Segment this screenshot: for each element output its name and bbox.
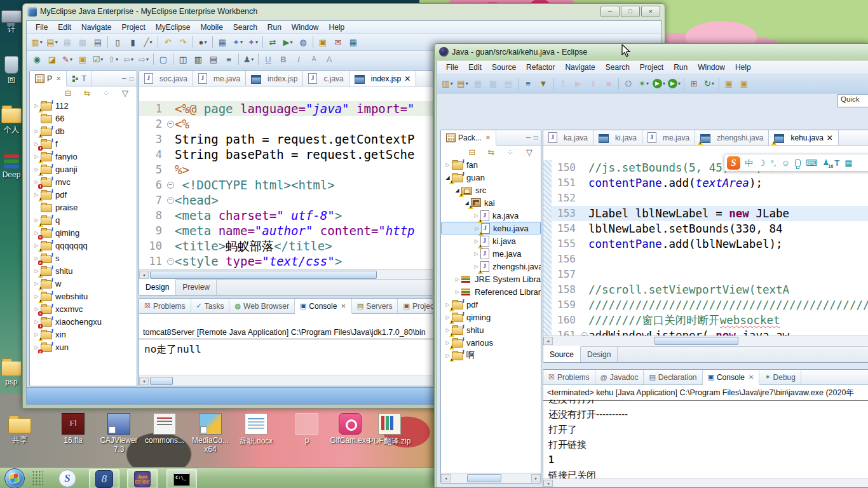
filter-icon[interactable]: ▼: [536, 77, 551, 91]
menu-edit[interactable]: Edit: [53, 22, 76, 32]
print-icon[interactable]: ▤: [501, 77, 516, 91]
underline-icon[interactable]: U: [261, 52, 276, 66]
dropdown-arrow-icon[interactable]: ▾: [255, 39, 258, 45]
skin-icon[interactable]: T: [834, 159, 839, 167]
show-annotations-icon[interactable]: ▤: [206, 52, 221, 66]
link-with-editor-icon[interactable]: ⇆: [79, 86, 95, 100]
tree-item-jre-system-library[interactable]: ▷JRE System Library: [441, 273, 541, 285]
scroll-left-arrow[interactable]: ◂: [139, 271, 149, 279]
dropdown-arrow-icon[interactable]: ▾: [70, 57, 72, 62]
dropdown-arrow-icon[interactable]: ▾: [131, 57, 133, 62]
italic-icon[interactable]: I: [291, 52, 306, 66]
taskbar-sogou-input[interactable]: S: [58, 469, 76, 487]
menu-file[interactable]: File: [31, 22, 53, 32]
dropdown-arrow-icon[interactable]: ▾: [55, 39, 58, 45]
tree-item-guan[interactable]: ◢guan: [441, 171, 541, 184]
menu-mobile[interactable]: Mobile: [195, 22, 227, 32]
tree-item-guanji[interactable]: ▷guanji: [30, 163, 137, 175]
close-icon[interactable]: ✕: [341, 302, 346, 309]
tree-item-kai[interactable]: ◢kai: [441, 196, 541, 209]
open-folder-icon[interactable]: ▣: [75, 52, 90, 66]
new-web-wizard-icon[interactable]: ✦▾: [230, 35, 245, 49]
tab-source[interactable]: Source: [543, 346, 581, 362]
jsp-editor[interactable]: 1<%@ page language="java" import="2−<%3S…: [139, 101, 433, 284]
tree-item-xiaochengxu[interactable]: ▷xiaochengxu: [30, 315, 137, 328]
tree-item-fanyio[interactable]: ▷fanyio: [30, 150, 137, 163]
tree-item-f[interactable]: ▷f: [30, 137, 137, 150]
tree-item-referenced-librari[interactable]: ▷Referenced Librari: [441, 285, 541, 298]
desktop-icon-个人[interactable]: 个人: [0, 103, 23, 135]
dropdown-arrow-icon[interactable]: ▾: [40, 39, 43, 45]
close-icon[interactable]: ✕: [56, 75, 61, 82]
new-wizard-icon[interactable]: ▤▾: [455, 77, 470, 91]
minimize-view-icon[interactable]: ─: [122, 75, 126, 82]
resume-icon[interactable]: ▶: [571, 77, 586, 91]
save-icon[interactable]: ▦: [60, 35, 75, 49]
undo-icon[interactable]: ↶: [160, 35, 175, 49]
tree-item-qiming[interactable]: ▷xqiming: [30, 226, 137, 239]
collapsed-arrow-icon[interactable]: ▷: [472, 264, 480, 269]
collapse-all-icon[interactable]: ⊟: [60, 86, 76, 100]
checklist-icon[interactable]: ☑▾: [90, 52, 105, 66]
tab-ka-java[interactable]: ka.java: [543, 130, 593, 145]
menu-window[interactable]: Window: [287, 22, 324, 32]
tab-console[interactable]: ▣Console✕: [703, 370, 760, 385]
split-horizontal-icon[interactable]: ◫: [175, 52, 191, 66]
forward-icon[interactable]: ⇨▾: [136, 52, 151, 66]
link-with-editor-icon[interactable]: ⇆: [484, 145, 499, 159]
menu-source[interactable]: Source: [487, 62, 521, 72]
dropdown-arrow-icon[interactable]: ▾: [466, 81, 468, 86]
font-larger-icon[interactable]: A: [322, 52, 337, 66]
tree-item-db[interactable]: ▷db: [30, 125, 137, 137]
new-junit-icon[interactable]: ↻▾: [702, 77, 717, 91]
tree-item-ka-java[interactable]: ▷ka.java: [441, 209, 541, 222]
scroll-left-arrow[interactable]: ◂: [543, 337, 553, 345]
tab-declaration[interactable]: ▤Declaration: [644, 370, 702, 384]
tree-item-zhengshi-java[interactable]: ▷zhengshi.java: [441, 260, 541, 273]
terminate-icon[interactable]: ■: [601, 77, 616, 91]
view-menu-dots-icon[interactable]: ⁘: [98, 86, 114, 100]
tab-design[interactable]: Design: [581, 347, 618, 362]
desktop-icon-gifcam-exe[interactable]: GifCam.exe: [328, 413, 372, 445]
menu-search[interactable]: Search: [228, 22, 262, 32]
tab-javadoc[interactable]: @Javadoc: [595, 370, 644, 384]
menu-run[interactable]: Run: [262, 22, 287, 32]
maximize-button[interactable]: □: [621, 6, 640, 17]
menu-project[interactable]: Project: [635, 62, 668, 72]
tree-item-mvc[interactable]: ▷mvc: [30, 175, 137, 188]
dropdown-arrow-icon[interactable]: ▾: [204, 39, 207, 45]
tree-item-fan[interactable]: ▷fan: [441, 158, 541, 171]
half-full-moon-icon[interactable]: ☽: [758, 159, 766, 167]
desktop-icon-psp[interactable]: psp: [0, 356, 23, 386]
calendar-icon[interactable]: ▦: [215, 35, 230, 49]
menu-project[interactable]: Project: [116, 22, 150, 32]
collapsed-arrow-icon[interactable]: ▷: [473, 226, 481, 231]
build-hammer-icon[interactable]: ╱▾: [140, 35, 156, 49]
tab-package-explorer[interactable]: Pack... ✕: [441, 130, 496, 146]
close-icon[interactable]: ✕: [749, 374, 754, 381]
sync-deploy-icon[interactable]: ⇄: [265, 35, 280, 49]
new-report-wizard-icon[interactable]: ✦▾: [245, 35, 261, 49]
maximize-view-icon[interactable]: □: [534, 134, 538, 141]
tab-web-browser[interactable]: ◍Web Browser: [229, 299, 294, 313]
tab-t[interactable]: T: [67, 71, 92, 86]
menu-help[interactable]: Help: [730, 62, 756, 72]
menu-file[interactable]: File: [441, 62, 463, 72]
scroll-right-arrow[interactable]: ▸: [531, 474, 541, 482]
disconnect-icon[interactable]: ∅: [621, 77, 636, 91]
tree-item-me-java[interactable]: ▷me.java: [441, 247, 541, 260]
desktop-icon-cajviewer[interactable]: CAJViewer7.3: [97, 413, 141, 454]
desktop-icon-deep[interactable]: Deep: [0, 152, 23, 179]
console-hscrollbar[interactable]: ◂: [543, 478, 868, 487]
user-level-icon[interactable]: ♟16: [823, 158, 830, 167]
myeclipse-java-icon[interactable]: ●▾: [195, 35, 210, 49]
tree-item-66[interactable]: 66: [30, 112, 137, 125]
editor-hscrollbar[interactable]: ◂: [543, 336, 868, 346]
menu-navigate[interactable]: Navigate: [560, 62, 600, 72]
menu-window[interactable]: Window: [693, 62, 730, 72]
view-menu-icon[interactable]: ▽: [118, 86, 133, 100]
bold-icon[interactable]: B: [276, 52, 291, 66]
close-icon[interactable]: ✕: [827, 133, 833, 142]
view-menu-icon[interactable]: ▽: [522, 145, 537, 159]
new-icon[interactable]: ▥▾: [440, 77, 455, 91]
